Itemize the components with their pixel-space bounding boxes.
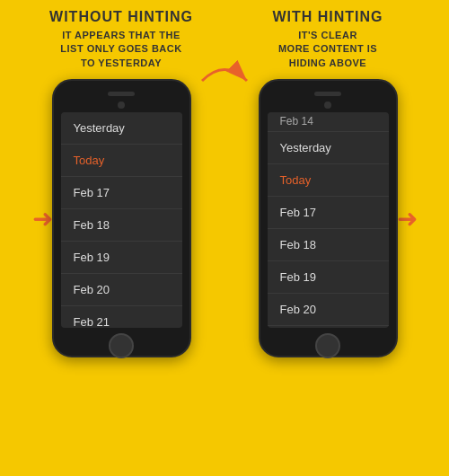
left-phone-speaker bbox=[108, 92, 135, 96]
left-phone-screen: Yesterday Today Feb 17 Feb 18 Feb 19 Feb… bbox=[61, 112, 182, 328]
list-item: Feb 17 bbox=[268, 197, 389, 229]
left-phone-camera bbox=[118, 101, 125, 109]
list-item: Feb 19 bbox=[268, 261, 389, 294]
list-item: Feb 21 bbox=[61, 306, 182, 328]
left-panel-title: Without Hinting bbox=[49, 9, 193, 25]
main-container: Without Hinting It appears that thelist … bbox=[0, 0, 449, 476]
left-arrow-icon: ➜ bbox=[32, 204, 53, 234]
list-item-today: Today bbox=[61, 145, 182, 177]
list-item-partial-top: Feb 14 bbox=[268, 112, 389, 132]
right-phone-camera bbox=[324, 101, 331, 109]
left-phone-wrapper: ➜ Yesterday Today Feb 17 Feb 18 Feb 19 F… bbox=[52, 79, 191, 357]
left-phone-frame: Yesterday Today Feb 17 Feb 18 Feb 19 Feb… bbox=[52, 79, 191, 357]
right-phone-wrapper: ➜ Feb 14 Yesterday Today Feb 17 Feb 18 F… bbox=[259, 79, 398, 357]
list-item: Feb 19 bbox=[61, 242, 182, 274]
list-item: Feb 17 bbox=[61, 177, 182, 209]
right-phone-home-button bbox=[315, 333, 340, 358]
list-item: Feb 18 bbox=[268, 229, 389, 261]
panel-without-hinting: Without Hinting It appears that thelist … bbox=[27, 9, 216, 357]
list-item-partial-bottom: Feb 21 bbox=[268, 326, 389, 328]
list-item: Yesterday bbox=[61, 112, 182, 145]
list-item: Feb 18 bbox=[61, 209, 182, 242]
right-phone-frame: Feb 14 Yesterday Today Feb 17 Feb 18 Feb… bbox=[259, 79, 398, 357]
list-item-today: Today bbox=[268, 164, 389, 197]
right-arrow-icon: ➜ bbox=[397, 204, 418, 234]
left-phone-home-button bbox=[109, 333, 134, 358]
list-item: Feb 20 bbox=[61, 274, 182, 306]
right-panel-title: With Hinting bbox=[272, 9, 383, 25]
list-item: Yesterday bbox=[268, 132, 389, 164]
right-phone-speaker bbox=[314, 92, 341, 96]
right-panel-desc: It's clearmore content ishiding above bbox=[278, 29, 377, 70]
panel-with-hinting: With Hinting It's clearmore content ishi… bbox=[233, 9, 422, 357]
left-panel-desc: It appears that thelist only goes backto… bbox=[60, 29, 181, 70]
list-item: Feb 20 bbox=[268, 294, 389, 326]
right-phone-screen: Feb 14 Yesterday Today Feb 17 Feb 18 Feb… bbox=[268, 112, 389, 328]
